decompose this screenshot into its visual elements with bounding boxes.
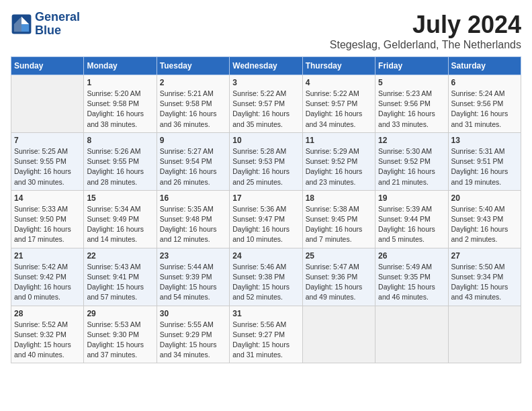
day-info: Sunrise: 5:36 AM Sunset: 9:47 PM Dayligh… [232, 204, 299, 245]
day-info: Sunrise: 5:39 AM Sunset: 9:44 PM Dayligh… [378, 204, 445, 245]
day-number: 13 [451, 136, 518, 145]
day-info: Sunrise: 5:53 AM Sunset: 9:30 PM Dayligh… [87, 320, 153, 361]
day-info: Sunrise: 5:26 AM Sunset: 9:55 PM Dayligh… [87, 146, 153, 187]
day-info: Sunrise: 5:40 AM Sunset: 9:43 PM Dayligh… [451, 204, 518, 245]
logo-text: General Blue [35, 11, 80, 38]
day-info: Sunrise: 5:27 AM Sunset: 9:54 PM Dayligh… [160, 146, 226, 187]
day-info: Sunrise: 5:52 AM Sunset: 9:32 PM Dayligh… [14, 320, 81, 361]
day-number: 23 [160, 251, 226, 261]
header-friday: Friday [375, 57, 448, 75]
calendar-cell: 30Sunrise: 5:55 AM Sunset: 9:29 PM Dayli… [157, 306, 229, 363]
header-sunday: Sunday [11, 57, 84, 75]
calendar-cell: 19Sunrise: 5:39 AM Sunset: 9:44 PM Dayli… [375, 190, 448, 248]
day-number: 10 [232, 136, 299, 145]
day-number: 2 [160, 78, 226, 87]
calendar-week-row: 1Sunrise: 5:20 AM Sunset: 9:58 PM Daylig… [11, 75, 521, 133]
day-info: Sunrise: 5:24 AM Sunset: 9:56 PM Dayligh… [451, 89, 518, 130]
day-number: 22 [87, 251, 153, 261]
day-number: 31 [232, 309, 299, 318]
day-info: Sunrise: 5:22 AM Sunset: 9:57 PM Dayligh… [306, 89, 372, 130]
calendar-cell: 26Sunrise: 5:49 AM Sunset: 9:35 PM Dayli… [375, 248, 448, 306]
day-info: Sunrise: 5:42 AM Sunset: 9:42 PM Dayligh… [14, 262, 81, 303]
day-number: 18 [306, 193, 372, 203]
calendar-cell: 18Sunrise: 5:38 AM Sunset: 9:45 PM Dayli… [302, 190, 375, 248]
header-monday: Monday [84, 57, 157, 75]
day-info: Sunrise: 5:35 AM Sunset: 9:48 PM Dayligh… [160, 204, 226, 245]
calendar-cell: 5Sunrise: 5:23 AM Sunset: 9:56 PM Daylig… [375, 75, 448, 133]
day-info: Sunrise: 5:23 AM Sunset: 9:56 PM Dayligh… [378, 89, 445, 130]
calendar-cell: 2Sunrise: 5:21 AM Sunset: 9:58 PM Daylig… [157, 75, 229, 133]
day-info: Sunrise: 5:34 AM Sunset: 9:49 PM Dayligh… [87, 204, 153, 245]
day-number: 1 [87, 78, 153, 87]
day-number: 25 [306, 251, 372, 261]
day-number: 14 [14, 193, 81, 203]
header-tuesday: Tuesday [157, 57, 229, 75]
day-info: Sunrise: 5:55 AM Sunset: 9:29 PM Dayligh… [160, 320, 226, 361]
day-info: Sunrise: 5:28 AM Sunset: 9:53 PM Dayligh… [232, 146, 299, 187]
day-number: 6 [451, 78, 518, 87]
day-info: Sunrise: 5:43 AM Sunset: 9:41 PM Dayligh… [87, 262, 153, 303]
day-info: Sunrise: 5:38 AM Sunset: 9:45 PM Dayligh… [306, 204, 372, 245]
calendar-cell: 14Sunrise: 5:33 AM Sunset: 9:50 PM Dayli… [11, 190, 84, 248]
day-info: Sunrise: 5:44 AM Sunset: 9:39 PM Dayligh… [160, 262, 226, 303]
calendar-cell: 15Sunrise: 5:34 AM Sunset: 9:49 PM Dayli… [84, 190, 157, 248]
calendar-cell: 13Sunrise: 5:31 AM Sunset: 9:51 PM Dayli… [448, 132, 521, 190]
calendar-cell: 12Sunrise: 5:30 AM Sunset: 9:52 PM Dayli… [375, 132, 448, 190]
calendar-cell: 22Sunrise: 5:43 AM Sunset: 9:41 PM Dayli… [84, 248, 157, 306]
day-number: 8 [87, 136, 153, 145]
day-number: 12 [378, 136, 445, 145]
day-number: 19 [378, 193, 445, 203]
calendar-week-row: 28Sunrise: 5:52 AM Sunset: 9:32 PM Dayli… [11, 306, 521, 363]
month-year-title: July 2024 [330, 11, 521, 39]
day-number: 28 [14, 309, 81, 318]
day-number: 5 [378, 78, 445, 87]
calendar-cell [11, 75, 84, 133]
day-info: Sunrise: 5:50 AM Sunset: 9:34 PM Dayligh… [451, 262, 518, 303]
day-info: Sunrise: 5:29 AM Sunset: 9:52 PM Dayligh… [306, 146, 372, 187]
calendar-cell: 4Sunrise: 5:22 AM Sunset: 9:57 PM Daylig… [302, 75, 375, 133]
day-info: Sunrise: 5:21 AM Sunset: 9:58 PM Dayligh… [160, 89, 226, 130]
day-number: 27 [451, 251, 518, 261]
title-block: July 2024 Stegeslag, Gelderland, The Net… [330, 11, 521, 51]
calendar-cell: 1Sunrise: 5:20 AM Sunset: 9:58 PM Daylig… [84, 75, 157, 133]
svg-marker-2 [21, 24, 29, 32]
calendar-table: SundayMondayTuesdayWednesdayThursdayFrid… [11, 56, 521, 363]
calendar-week-row: 7Sunrise: 5:25 AM Sunset: 9:55 PM Daylig… [11, 132, 521, 190]
day-number: 26 [378, 251, 445, 261]
header-wednesday: Wednesday [230, 57, 302, 75]
calendar-cell: 31Sunrise: 5:56 AM Sunset: 9:27 PM Dayli… [230, 306, 302, 363]
calendar-cell: 10Sunrise: 5:28 AM Sunset: 9:53 PM Dayli… [230, 132, 302, 190]
day-number: 7 [14, 136, 81, 145]
calendar-cell [375, 306, 448, 363]
day-info: Sunrise: 5:20 AM Sunset: 9:58 PM Dayligh… [87, 89, 153, 130]
calendar-cell [302, 306, 375, 363]
day-number: 9 [160, 136, 226, 145]
calendar-cell: 29Sunrise: 5:53 AM Sunset: 9:30 PM Dayli… [84, 306, 157, 363]
page-header: General Blue July 2024 Stegeslag, Gelder… [11, 11, 521, 51]
day-number: 30 [160, 309, 226, 318]
day-number: 29 [87, 309, 153, 318]
calendar-cell: 16Sunrise: 5:35 AM Sunset: 9:48 PM Dayli… [157, 190, 229, 248]
day-number: 3 [232, 78, 299, 87]
day-info: Sunrise: 5:22 AM Sunset: 9:57 PM Dayligh… [232, 89, 299, 130]
day-number: 20 [451, 193, 518, 203]
day-number: 4 [306, 78, 372, 87]
calendar-cell: 17Sunrise: 5:36 AM Sunset: 9:47 PM Dayli… [230, 190, 302, 248]
day-number: 21 [14, 251, 81, 261]
day-info: Sunrise: 5:56 AM Sunset: 9:27 PM Dayligh… [232, 320, 299, 361]
calendar-cell: 21Sunrise: 5:42 AM Sunset: 9:42 PM Dayli… [11, 248, 84, 306]
calendar-cell: 27Sunrise: 5:50 AM Sunset: 9:34 PM Dayli… [448, 248, 521, 306]
header-thursday: Thursday [302, 57, 375, 75]
calendar-cell: 11Sunrise: 5:29 AM Sunset: 9:52 PM Dayli… [302, 132, 375, 190]
calendar-cell: 20Sunrise: 5:40 AM Sunset: 9:43 PM Dayli… [448, 190, 521, 248]
calendar-cell: 25Sunrise: 5:47 AM Sunset: 9:36 PM Dayli… [302, 248, 375, 306]
calendar-cell [448, 306, 521, 363]
header-saturday: Saturday [448, 57, 521, 75]
calendar-cell: 8Sunrise: 5:26 AM Sunset: 9:55 PM Daylig… [84, 132, 157, 190]
calendar-week-row: 14Sunrise: 5:33 AM Sunset: 9:50 PM Dayli… [11, 190, 521, 248]
day-number: 15 [87, 193, 153, 203]
day-number: 17 [232, 193, 299, 203]
calendar-week-row: 21Sunrise: 5:42 AM Sunset: 9:42 PM Dayli… [11, 248, 521, 306]
calendar-cell: 3Sunrise: 5:22 AM Sunset: 9:57 PM Daylig… [230, 75, 302, 133]
calendar-cell: 7Sunrise: 5:25 AM Sunset: 9:55 PM Daylig… [11, 132, 84, 190]
